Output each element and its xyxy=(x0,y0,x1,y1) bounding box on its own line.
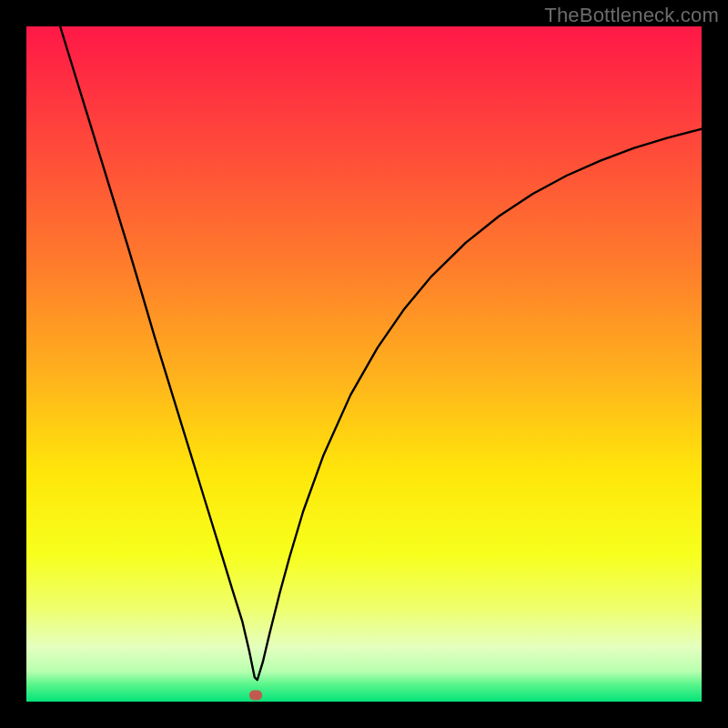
attribution-text: TheBottleneck.com xyxy=(544,4,719,27)
chart-frame xyxy=(26,26,702,702)
svg-rect-0 xyxy=(26,26,702,702)
background-gradient xyxy=(26,26,702,702)
marker-dot xyxy=(249,690,262,700)
